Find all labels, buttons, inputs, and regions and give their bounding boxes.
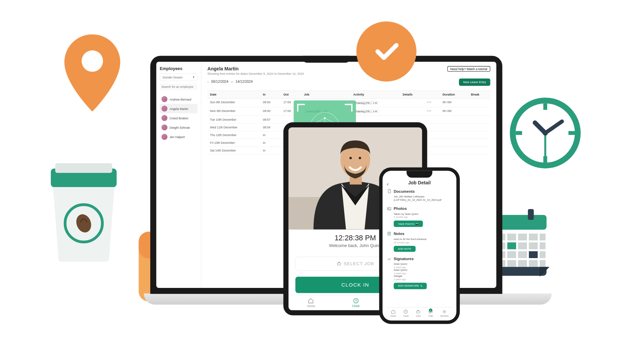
signatures-section: Signatures Sean Quinn2 years agoSean Qui… [387,256,452,289]
svg-point-0 [82,50,103,72]
svg-point-55 [324,117,326,119]
signature-icon [387,256,391,261]
signature-item: Gadgat [394,275,452,278]
svg-rect-74 [337,263,340,265]
employees-sidebar: Employees Dunder Dream ▾ Andrew BernardA… [156,62,201,288]
clock-icon [506,95,584,172]
column-header: Activity [351,91,400,99]
date-range-picker[interactable]: ‹ 08/12/2024 – 14/12/2024 › [207,79,490,84]
employee-item[interactable]: Creed Bratton [160,113,198,123]
svg-rect-31 [529,234,538,240]
row-menu-button[interactable]: ••• [427,101,431,104]
column-header: In [260,91,281,99]
row-menu-button[interactable]: ••• [427,109,431,112]
next-range-button[interactable]: › [489,79,490,84]
signature-item: Sean Quinn [394,263,452,266]
tag-pill[interactable]: Training (TR… × ▾ [353,101,378,105]
check-badge-icon [356,21,416,81]
svg-rect-51 [540,260,546,267]
nav-jobs[interactable]: Jobs [416,309,421,317]
document-icon [387,189,391,193]
new-leave-entry-button[interactable]: New Leave Entry [459,78,490,86]
svg-point-70 [350,157,352,159]
svg-rect-2 [55,163,112,173]
svg-rect-25 [528,209,534,220]
employee-name: Jim Halpert [170,135,185,138]
photos-section: Photos Taken by Sean Quinn 9 months ago … [387,206,452,227]
nav-clock[interactable]: Clock [403,309,409,317]
employee-name: Andrew Bernard [170,98,192,101]
search-employee-input[interactable] [160,84,198,90]
nav-services[interactable]: Services [440,309,449,317]
svg-point-21 [543,130,548,135]
chevron-down-icon: ▾ [193,75,195,79]
photo-item: Taken by Sean Quinn [394,213,452,216]
phone-bottom-nav: HomeClockJobs0ChatServices [387,307,452,319]
location-pin-icon [62,34,122,111]
phone-device: ‹ Job Detail Documents Job_001 Belfast L… [379,167,460,324]
avatar [161,115,167,121]
employee-item[interactable]: Dwight Schrute [160,123,198,132]
home-icon [308,298,314,304]
notes-icon [387,231,391,236]
employee-item[interactable]: Andrew Bernard [160,95,198,104]
svg-point-71 [359,157,361,159]
avatar [161,134,167,140]
column-header: Date [207,91,260,99]
nav-home[interactable]: Home [390,309,396,317]
nav-icon [404,309,409,314]
chat-badge: 0 [429,308,432,312]
sidebar-title: Employees [160,66,198,71]
team-select[interactable]: Dunder Dream ▾ [160,73,198,81]
svg-rect-50 [529,260,538,267]
svg-rect-36 [518,242,527,249]
nav-chat[interactable]: 0Chat [428,309,433,317]
svg-rect-53 [529,251,538,258]
page-title: Job Detail [387,180,452,185]
help-tutorial-button[interactable]: Need help? Watch a tutorial [447,66,490,72]
prev-range-button[interactable]: ‹ [207,79,209,84]
nav-clock[interactable]: Clock [352,298,360,307]
employee-name-title: Angela Martin [207,66,304,71]
coffee-cup-icon [45,163,122,261]
column-header: Details [400,91,425,99]
back-button[interactable]: ‹ [387,181,388,187]
nav-icon [442,309,447,314]
column-header: Duration [440,91,469,99]
nav-icon [416,309,421,314]
tag-pill[interactable]: Training (TR… × ▾ [353,109,378,113]
svg-rect-16 [516,131,522,135]
date-from: 08/12/2024 [211,79,228,83]
svg-rect-37 [529,242,538,249]
notes-section: Notes need to fix the front entrance 10 … [387,231,452,252]
clock-icon [353,298,359,304]
nav-icon [391,309,396,314]
avatar [161,124,167,130]
take-photo-button[interactable]: TAKE PHOTO 📷 [394,221,423,227]
svg-rect-44 [540,251,546,258]
column-header: Out [281,91,301,99]
team-select-value: Dunder Dream [163,76,182,79]
svg-rect-38 [540,242,546,249]
svg-rect-14 [543,103,547,110]
svg-rect-30 [518,234,527,240]
employee-name: Angela Martin [170,107,188,110]
avatar [161,96,167,102]
svg-rect-17 [569,131,575,135]
column-header [424,91,440,99]
employee-item[interactable]: Jim Halpert [160,132,198,141]
documents-section: Documents Job_001 Belfast LoftSpace (LOF… [387,189,452,202]
note-item: need to fix the front entrance [394,238,452,241]
employee-item[interactable]: Angela Martin [160,104,198,113]
date-to: 14/12/2024 [235,79,253,83]
add-note-button[interactable]: ADD NOTE [394,246,416,252]
document-item[interactable]: Job_001 Belfast LoftSpace (LOFT001)_01_1… [394,195,452,202]
svg-rect-83 [417,311,420,313]
svg-rect-49 [518,260,527,267]
date-range-subtitle: Showing time entries for dates December … [207,72,304,75]
column-header: Job [302,91,351,99]
nav-home[interactable]: Home [307,298,315,307]
employee-name: Dwight Schrute [170,126,190,129]
svg-rect-32 [540,234,546,240]
add-signature-button[interactable]: ADD SIGNATURE ✎ [394,283,427,289]
